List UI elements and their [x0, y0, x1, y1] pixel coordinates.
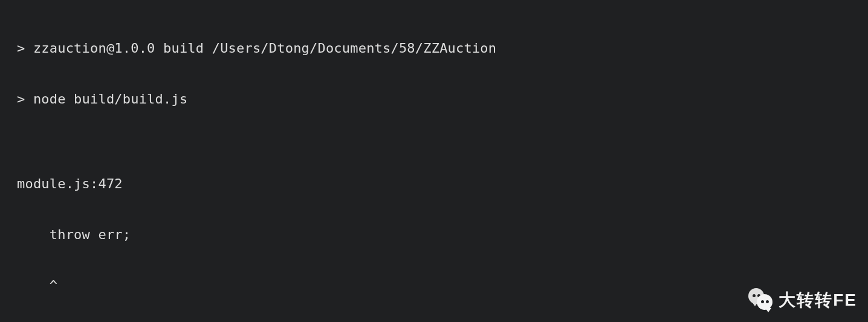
terminal-line: throw err;: [17, 226, 851, 243]
terminal-line: > node build/build.js: [17, 91, 851, 108]
terminal-line: ^: [17, 277, 851, 294]
terminal-output[interactable]: > zzauction@1.0.0 build /Users/Dtong/Doc…: [0, 0, 868, 322]
terminal-line: module.js:472: [17, 176, 851, 192]
terminal-line: > zzauction@1.0.0 build /Users/Dtong/Doc…: [17, 40, 851, 57]
